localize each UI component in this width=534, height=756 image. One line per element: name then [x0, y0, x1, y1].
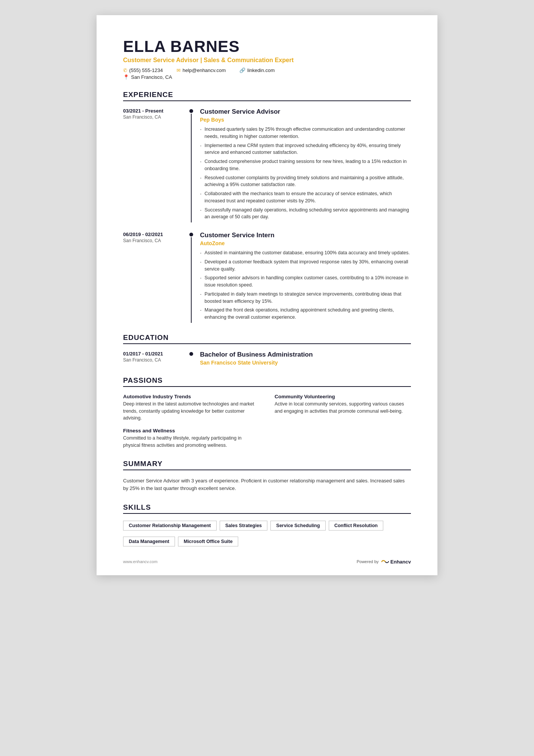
exp-date-2: 06/2019 - 02/2021	[123, 232, 183, 237]
edu-dot-1	[189, 352, 193, 356]
exp-location-2: San Francisco, CA	[123, 238, 183, 243]
skill-badge-0: Customer Relationship Management	[123, 521, 217, 531]
contact-phone: ✆ (555) 555-1234	[123, 67, 163, 73]
exp-bullet-1-1: Implemented a new CRM system that improv…	[200, 142, 411, 157]
exp-line-2	[191, 237, 192, 323]
exp-bullet-2-1: Developed a customer feedback system tha…	[200, 258, 411, 273]
summary-section-title: SUMMARY	[123, 460, 411, 470]
skill-badge-1: Sales Strategies	[220, 521, 268, 531]
exp-location-1: San Francisco, CA	[123, 114, 183, 120]
contact-linkedin: 🔗 linkedin.com	[239, 67, 275, 73]
exp-left-2: 06/2019 - 02/2021 San Francisco, CA	[123, 232, 189, 323]
exp-bullet-1-4: Collaborated with the mechanics team to …	[200, 190, 411, 205]
skills-row-1: Customer Relationship Management Sales S…	[123, 521, 411, 534]
skill-badge-2: Service Scheduling	[270, 521, 325, 531]
exp-right-1: Customer Service Advisor Pep Boys Increa…	[200, 108, 411, 222]
candidate-name: ELLA BARNES	[123, 38, 411, 55]
contact-row-2: 📍 San Francisco, CA	[123, 74, 411, 80]
exp-dot-2	[189, 233, 193, 236]
edu-right-1: Bachelor of Business Administration San …	[200, 351, 411, 366]
contact-location: 📍 San Francisco, CA	[123, 74, 172, 80]
summary-section: SUMMARY Customer Service Advisor with 3 …	[123, 460, 411, 493]
exp-bullets-1: Increased quarterly sales by 25% through…	[200, 126, 411, 221]
passions-section: PASSIONS Automotive Industry Trends Deep…	[123, 376, 411, 449]
email-icon: ✉	[176, 67, 181, 73]
exp-timeline-2	[189, 232, 193, 323]
passion-desc-2: Committed to a healthy lifestyle, regula…	[123, 435, 259, 449]
header: ELLA BARNES Customer Service Advisor | S…	[123, 38, 411, 80]
exp-left-1: 03/2021 - Present San Francisco, CA	[123, 108, 189, 222]
exp-bullet-2-3: Participated in daily team meetings to s…	[200, 291, 411, 305]
exp-bullet-2-0: Assisted in maintaining the customer dat…	[200, 249, 411, 257]
exp-line-1	[191, 114, 192, 222]
passion-desc-0: Deep interest in the latest automotive t…	[123, 401, 259, 422]
enhancv-brand: Enhancv	[381, 559, 411, 565]
edu-date-1: 01/2017 - 01/2021	[123, 351, 183, 357]
experience-item-2: 06/2019 - 02/2021 San Francisco, CA Cust…	[123, 232, 411, 323]
exp-bullet-1-2: Conducted comprehensive product training…	[200, 158, 411, 172]
passions-grid: Automotive Industry Trends Deep interest…	[123, 394, 411, 449]
exp-job-title-2: Customer Service Intern	[200, 232, 411, 239]
edu-timeline-1	[189, 351, 193, 366]
powered-by-label: Powered by	[357, 559, 379, 564]
skill-badge-3: Conflict Resolution	[329, 521, 384, 531]
exp-right-2: Customer Service Intern AutoZone Assiste…	[200, 232, 411, 323]
summary-text: Customer Service Advisor with 3 years of…	[123, 477, 411, 493]
footer-url: www.enhancv.com	[123, 559, 158, 564]
experience-section-title: EXPERIENCE	[123, 91, 411, 101]
passion-desc-1: Active in local community services, supp…	[275, 401, 411, 415]
location-icon: 📍	[123, 74, 129, 80]
exp-bullet-1-5: Successfully managed daily operations, i…	[200, 207, 411, 221]
contact-row-1: ✆ (555) 555-1234 ✉ help@enhancv.com 🔗 li…	[123, 67, 411, 73]
experience-item-1: 03/2021 - Present San Francisco, CA Cust…	[123, 108, 411, 222]
exp-job-title-1: Customer Service Advisor	[200, 108, 411, 116]
passion-title-2: Fitness and Wellness	[123, 428, 259, 434]
resume-page: ELLA BARNES Customer Service Advisor | S…	[97, 15, 437, 575]
skills-section: SKILLS Customer Relationship Management …	[123, 503, 411, 549]
phone-icon: ✆	[123, 67, 127, 73]
passion-title-0: Automotive Industry Trends	[123, 394, 259, 399]
exp-bullet-1-3: Resolved customer complaints by providin…	[200, 174, 411, 189]
edu-location-1: San Francisco, CA	[123, 357, 183, 363]
edu-left-1: 01/2017 - 01/2021 San Francisco, CA	[123, 351, 189, 366]
education-item-1: 01/2017 - 01/2021 San Francisco, CA Bach…	[123, 351, 411, 366]
passion-item-0: Automotive Industry Trends Deep interest…	[123, 394, 259, 422]
education-section: EDUCATION 01/2017 - 01/2021 San Francisc…	[123, 333, 411, 366]
skill-badge-5: Microsoft Office Suite	[178, 537, 238, 546]
footer-powered-by: Powered by Enhancv	[357, 559, 411, 565]
enhancv-icon	[381, 559, 389, 565]
experience-section: EXPERIENCE 03/2021 - Present San Francis…	[123, 91, 411, 323]
edu-degree-1: Bachelor of Business Administration	[200, 351, 411, 358]
skill-badge-4: Data Management	[123, 537, 175, 546]
education-section-title: EDUCATION	[123, 333, 411, 344]
exp-bullets-2: Assisted in maintaining the customer dat…	[200, 249, 411, 321]
exp-date-1: 03/2021 - Present	[123, 108, 183, 114]
exp-timeline-1	[189, 108, 193, 222]
exp-bullet-2-4: Managed the front desk operations, inclu…	[200, 307, 411, 321]
footer: www.enhancv.com Powered by Enhancv	[123, 559, 411, 565]
exp-bullet-2-2: Supported senior advisors in handling co…	[200, 274, 411, 289]
edu-school-1: San Francisco State University	[200, 360, 411, 366]
exp-company-2: AutoZone	[200, 240, 411, 246]
passion-title-1: Community Volunteering	[275, 394, 411, 399]
candidate-title: Customer Service Advisor | Sales & Commu…	[123, 57, 411, 64]
passion-item-2: Fitness and Wellness Committed to a heal…	[123, 428, 259, 449]
skills-row-2: Data Management Microsoft Office Suite	[123, 537, 411, 549]
passion-item-1: Community Volunteering Active in local c…	[275, 394, 411, 422]
exp-company-1: Pep Boys	[200, 117, 411, 123]
exp-bullet-1-0: Increased quarterly sales by 25% through…	[200, 126, 411, 140]
exp-dot-1	[189, 109, 193, 113]
skills-section-title: SKILLS	[123, 503, 411, 514]
passions-section-title: PASSIONS	[123, 376, 411, 387]
contact-email: ✉ help@enhancv.com	[176, 67, 226, 73]
linkedin-icon: 🔗	[239, 67, 245, 73]
